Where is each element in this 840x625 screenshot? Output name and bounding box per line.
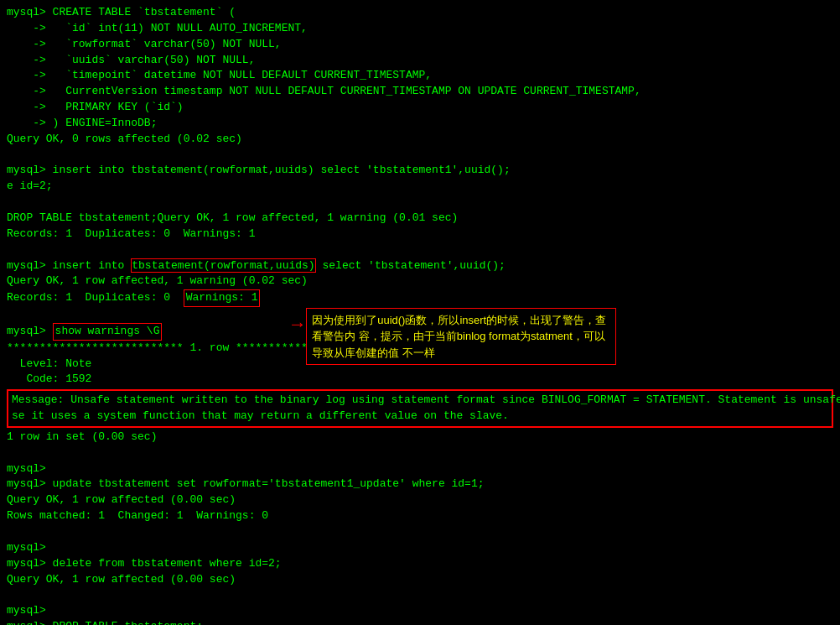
line-rows-matched: Rows matched: 1 Changed: 1 Warnings: 0 bbox=[7, 508, 833, 524]
message-line1: Message: Unsafe statement written to the… bbox=[12, 393, 828, 409]
line-blank6: mysql> bbox=[7, 461, 833, 477]
line-10: mysql> insert into tbstatement(rowformat… bbox=[7, 163, 833, 179]
line-12: DROP TABLE tbstatement;Query OK, 1 row a… bbox=[7, 211, 833, 227]
line-update: mysql> update tbstatement set rowformat=… bbox=[7, 477, 833, 492]
line-4: -> `uuids` varchar(50) NOT NULL, bbox=[7, 53, 833, 69]
line-blank5 bbox=[7, 445, 833, 461]
line-7: -> PRIMARY KEY (`id`) bbox=[7, 100, 833, 116]
line-delete: mysql> delete from tbstatement where id=… bbox=[7, 556, 833, 572]
line-13: Records: 1 Duplicates: 0 Warnings: 1 bbox=[7, 227, 833, 242]
line-blank2 bbox=[7, 195, 833, 211]
line-2: -> `id` int(11) NOT NULL AUTO_INCREMENT, bbox=[7, 21, 833, 37]
line-blank1 bbox=[7, 148, 833, 164]
line-rowset1: 1 row in set (0.00 sec) bbox=[7, 430, 833, 445]
line-6: -> CurrentVersion timestamp NOT NULL DEF… bbox=[7, 84, 833, 100]
line-11: e id=2; bbox=[7, 179, 833, 195]
line-blank8 bbox=[7, 587, 833, 603]
line-1: mysql> CREATE TABLE `tbstatement` ( bbox=[7, 5, 833, 21]
terminal-window: mysql> CREATE TABLE `tbstatement` ( -> `… bbox=[0, 0, 840, 625]
line-5: -> `timepoint` datetime NOT NULL DEFAULT… bbox=[7, 68, 833, 84]
line-14: mysql> insert into tbstatement(rowformat… bbox=[7, 258, 833, 274]
line-8: -> ) ENGINE=InnoDB; bbox=[7, 116, 833, 132]
line-blank3 bbox=[7, 242, 833, 258]
line-mysql3: mysql> bbox=[7, 603, 833, 619]
line-delete-ok: Query OK, 1 row affected (0.00 sec) bbox=[7, 572, 833, 588]
line-16: Records: 1 Duplicates: 0 Warnings: 1 bbox=[7, 289, 833, 307]
line-code: Code: 1592 bbox=[7, 372, 833, 388]
line-update-ok: Query OK, 1 row affected (0.00 sec) bbox=[7, 492, 833, 508]
line-drop-final: mysql> DROP TABLE tbstatement; bbox=[7, 619, 833, 625]
message-line2: se it uses a system function that may re… bbox=[12, 409, 828, 424]
line-9: Query OK, 0 rows affected (0.02 sec) bbox=[7, 132, 833, 148]
line-15: Query OK, 1 row affected, 1 warning (0.0… bbox=[7, 273, 833, 289]
line-blank7 bbox=[7, 524, 833, 540]
annotation-uuid: 因为使用到了uuid()函数，所以insert的时候，出现了警告，查看警告内 容… bbox=[306, 308, 616, 366]
line-mysql2: mysql> bbox=[7, 540, 833, 556]
line-3: -> `rowformat` varchar(50) NOT NULL, bbox=[7, 37, 833, 53]
